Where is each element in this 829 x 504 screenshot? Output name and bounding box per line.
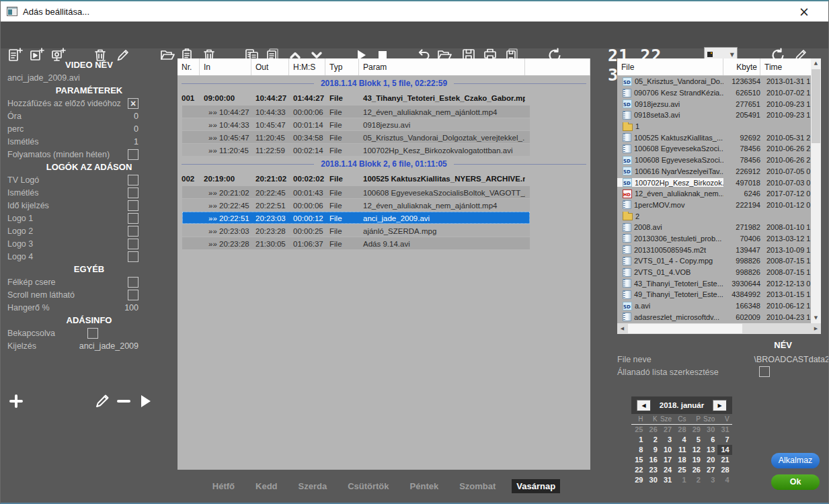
file-name-cell[interactable]: SD0918jezsu.avi [617,99,723,108]
calendar-day[interactable]: 12 [689,445,703,455]
calendar-day[interactable]: 8 [631,445,645,455]
calendar-day[interactable]: 31 [660,475,674,485]
column-header[interactable]: Out [251,58,289,75]
vscroll-thumb[interactable] [812,69,820,143]
calendar-day[interactable]: 2 [689,475,703,485]
scroll-right-icon[interactable]: ▶ [811,323,821,334]
apply-button[interactable]: Alkalmaz [771,453,820,468]
field-value[interactable]: 0 [134,124,139,134]
playlist-row[interactable]: »» 10:44:3310:45:4700:01:14File0918jezsu… [177,118,590,131]
calendar-day[interactable]: 1 [631,435,645,445]
calendar-day[interactable]: 24 [660,465,674,475]
file-name-cell[interactable]: 49_Tihanyi_Tetoteri_Este... [617,290,723,299]
file-row[interactable]: 0918seta3.avi2054912010-09-23 1 [617,110,811,121]
file-name-cell[interactable]: 2VTS_01_4 - Copy.mpg [617,257,723,265]
playlist-row[interactable]: 00109:00:0010:44:2701:44:27File43_Tihany… [177,91,590,106]
column-header[interactable]: File [617,58,723,75]
calendar-day[interactable]: 21 [717,455,732,465]
calendar-day[interactable]: 3 [703,475,717,485]
add-icon[interactable] [7,392,25,410]
file-name-cell[interactable]: SD100702Hp_Kesz_Birkozok... [617,178,723,187]
horizontal-scrollbar[interactable]: ◀ ▶ [617,323,821,334]
calendar-day[interactable]: 26 [645,425,660,435]
calendar-day[interactable]: 16 [645,455,660,465]
file-name-cell[interactable]: 090706 Kesz StrandKézia... [617,89,723,97]
file-row[interactable]: 2VTS_01_4 - Copy.mpg9988262008-07-15 1 [617,255,811,267]
file-row[interactable]: SD0918jezsu.avi2776512010-09-23 1 [617,98,811,110]
column-header[interactable]: Nr. [177,58,200,75]
scroll-down-icon[interactable]: ▼ [811,313,821,323]
file-name-cell[interactable]: 2008.avi [617,223,723,232]
checkbox[interactable] [128,290,139,300]
checkbox[interactable] [128,226,139,237]
playlist-row[interactable]: »» 20:22:5120:23:0300:00:12Fileanci_jade… [177,212,590,224]
file-row[interactable]: 100525 KaktuszKiallitas_...926922010-05-… [617,132,811,143]
day-tab-kedd[interactable]: Kedd [251,479,282,493]
checkbox[interactable] [128,277,139,288]
calendar-day[interactable]: 29 [689,425,703,435]
vertical-scrollbar[interactable]: ▲ ▼ [811,58,821,323]
calendar-day[interactable]: 22 [631,465,645,475]
checkbox[interactable] [128,251,139,262]
calendar-day[interactable]: 13 [703,445,717,455]
calendar-day[interactable]: 27 [660,425,674,435]
calendar-day[interactable]: 4 [717,475,732,485]
file-row[interactable]: 49_Tihanyi_Tetoteri_Este...43849922013-0… [617,289,811,300]
day-tab-péntek[interactable]: Péntek [405,479,444,493]
checkbox[interactable] [128,213,139,224]
scroll-left-icon[interactable]: ◀ [617,323,627,334]
column-header[interactable]: H:M:S [289,58,325,75]
field-value[interactable]: anci_jade_2009 [79,341,139,351]
calendar-day[interactable]: 18 [674,455,688,465]
file-name-cell[interactable]: SD100608 EgyevesekaSzoci... [617,156,723,165]
checkbox[interactable] [87,328,98,339]
field-value[interactable]: 0 [134,112,139,121]
calendar-day[interactable]: 30 [703,425,717,435]
day-tab-vasárnap[interactable]: Vasárnap [512,479,560,493]
file-name-cell[interactable]: 20130306_testuleti_prob... [617,234,723,243]
field-value[interactable]: 1 [134,137,139,146]
file-row[interactable]: adasreszlet_microsoftdv...6020092010-04-… [617,311,811,323]
calendar-prev-icon[interactable]: ◀ [637,400,651,411]
calendar-day[interactable]: 25 [674,465,688,475]
playlist-row[interactable]: »» 20:22:4520:22:5100:00:06File12_éven_a… [177,199,590,212]
file-row[interactable]: SDa.avi1663482010-06-12 1 [617,300,811,312]
file-row[interactable]: 20130306_testuleti_prob...704062013-03-1… [617,233,811,245]
file-name-cell[interactable]: 1 [617,122,723,131]
calendar-day[interactable]: 27 [703,465,717,475]
checkbox[interactable] [128,175,139,185]
calendar-day[interactable]: 23 [645,465,660,475]
playlist-row[interactable]: »» 10:44:2710:44:3300:00:06File12_éven_a… [177,106,590,118]
day-tab-szombat[interactable]: Szombat [455,479,500,493]
column-header[interactable]: Kbyte [723,58,760,75]
scroll-up-icon[interactable]: ▲ [811,58,821,69]
day-tab-szerda[interactable]: Szerda [294,479,332,493]
preview-play-icon[interactable] [136,392,154,410]
playlist-row[interactable]: 00220:19:0020:21:0200:02:02File100525 Ka… [177,171,590,186]
column-header[interactable]: In [200,58,251,75]
calendar-day[interactable]: 17 [660,455,674,465]
day-tab-csütörtök[interactable]: Csütörtök [343,479,393,493]
file-name-cell[interactable]: SD05_Krisztus_Vandorai_Do... [617,77,723,86]
calendar-day[interactable]: 1 [674,475,688,485]
calendar-day[interactable]: 2 [645,435,660,445]
file-row[interactable]: 100608 EgyevesekaSzoci...784562010-06-26… [617,143,811,155]
calendar-day[interactable]: 28 [717,465,732,475]
file-row[interactable]: 1percMOV.mov2221942010-01-12 0 [617,200,811,211]
calendar-day[interactable]: 7 [717,435,732,445]
column-header[interactable]: Typ [325,58,359,75]
calendar-next-icon[interactable]: ▶ [713,400,727,411]
checkbox[interactable]: × [128,98,139,109]
calendar-day[interactable]: 10 [660,445,674,455]
calendar-day[interactable]: 14 [717,445,732,455]
file-name-cell[interactable]: adasreszlet_microsoftdv... [617,312,723,321]
calendar-day[interactable]: 25 [631,425,645,435]
calendar-day[interactable]: 3 [660,435,674,445]
close-icon[interactable]: × [799,4,810,19]
file-name-cell[interactable]: 0918seta3.avi [617,111,723,120]
file-row[interactable]: 2 [617,210,811,222]
calendar-day[interactable]: 26 [689,465,703,475]
calendar-day[interactable]: 15 [631,455,645,465]
calendar-day[interactable]: 28 [674,425,688,435]
checkbox[interactable] [128,239,139,249]
